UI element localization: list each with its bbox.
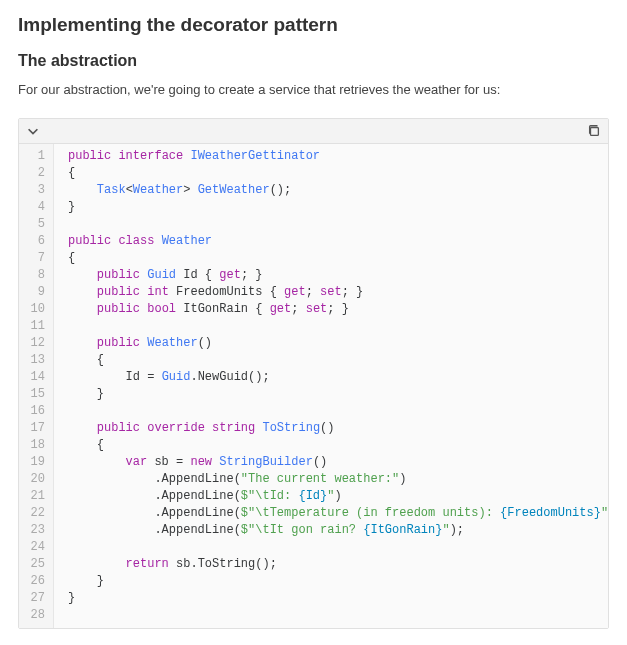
code-line: .AppendLine($"\tTemperature (in freedom … bbox=[68, 505, 608, 522]
subsection-heading: The abstraction bbox=[18, 52, 609, 70]
section-heading: Implementing the decorator pattern bbox=[18, 14, 609, 36]
code-content[interactable]: public interface IWeatherGettinator{ Tas… bbox=[54, 144, 608, 628]
line-number: 1 bbox=[25, 148, 45, 165]
line-number: 20 bbox=[25, 471, 45, 488]
line-number: 24 bbox=[25, 539, 45, 556]
code-line bbox=[68, 318, 608, 335]
line-number: 7 bbox=[25, 250, 45, 267]
code-line: .AppendLine($"\tId: {Id}") bbox=[68, 488, 608, 505]
code-block: 1234567891011121314151617181920212223242… bbox=[18, 118, 609, 629]
code-line: { bbox=[68, 352, 608, 369]
line-number: 10 bbox=[25, 301, 45, 318]
line-number: 4 bbox=[25, 199, 45, 216]
code-line: { bbox=[68, 250, 608, 267]
line-number: 12 bbox=[25, 335, 45, 352]
line-number: 8 bbox=[25, 267, 45, 284]
code-line: var sb = new StringBuilder() bbox=[68, 454, 608, 471]
line-number: 23 bbox=[25, 522, 45, 539]
line-numbers: 1234567891011121314151617181920212223242… bbox=[19, 144, 54, 628]
code-line: .AppendLine($"\tIt gon rain? {ItGonRain}… bbox=[68, 522, 608, 539]
code-line: } bbox=[68, 386, 608, 403]
line-number: 2 bbox=[25, 165, 45, 182]
line-number: 14 bbox=[25, 369, 45, 386]
line-number: 3 bbox=[25, 182, 45, 199]
code-line: Task<Weather> GetWeather(); bbox=[68, 182, 608, 199]
code-line: public Guid Id { get; } bbox=[68, 267, 608, 284]
line-number: 19 bbox=[25, 454, 45, 471]
line-number: 11 bbox=[25, 318, 45, 335]
line-number: 21 bbox=[25, 488, 45, 505]
chevron-down-icon[interactable] bbox=[25, 123, 41, 139]
code-line: public Weather() bbox=[68, 335, 608, 352]
code-line: public class Weather bbox=[68, 233, 608, 250]
line-number: 15 bbox=[25, 386, 45, 403]
code-line bbox=[68, 216, 608, 233]
code-body: 1234567891011121314151617181920212223242… bbox=[19, 144, 608, 628]
code-line: { bbox=[68, 165, 608, 182]
code-line: Id = Guid.NewGuid(); bbox=[68, 369, 608, 386]
line-number: 26 bbox=[25, 573, 45, 590]
code-line: } bbox=[68, 590, 608, 607]
code-line: public interface IWeatherGettinator bbox=[68, 148, 608, 165]
code-line: } bbox=[68, 573, 608, 590]
code-line: .AppendLine("The current weather:") bbox=[68, 471, 608, 488]
line-number: 27 bbox=[25, 590, 45, 607]
line-number: 18 bbox=[25, 437, 45, 454]
line-number: 28 bbox=[25, 607, 45, 624]
code-line: public override string ToString() bbox=[68, 420, 608, 437]
line-number: 6 bbox=[25, 233, 45, 250]
code-toolbar bbox=[19, 119, 608, 144]
code-line bbox=[68, 403, 608, 420]
code-line: public int FreedomUnits { get; set; } bbox=[68, 284, 608, 301]
line-number: 25 bbox=[25, 556, 45, 573]
code-line bbox=[68, 539, 608, 556]
intro-paragraph: For our abstraction, we're going to crea… bbox=[18, 80, 609, 100]
code-line: { bbox=[68, 437, 608, 454]
line-number: 5 bbox=[25, 216, 45, 233]
code-line bbox=[68, 607, 608, 624]
line-number: 16 bbox=[25, 403, 45, 420]
line-number: 17 bbox=[25, 420, 45, 437]
code-line: } bbox=[68, 199, 608, 216]
copy-icon[interactable] bbox=[586, 123, 602, 139]
line-number: 13 bbox=[25, 352, 45, 369]
code-line: public bool ItGonRain { get; set; } bbox=[68, 301, 608, 318]
line-number: 9 bbox=[25, 284, 45, 301]
svg-rect-0 bbox=[591, 127, 599, 135]
code-line: return sb.ToString(); bbox=[68, 556, 608, 573]
line-number: 22 bbox=[25, 505, 45, 522]
